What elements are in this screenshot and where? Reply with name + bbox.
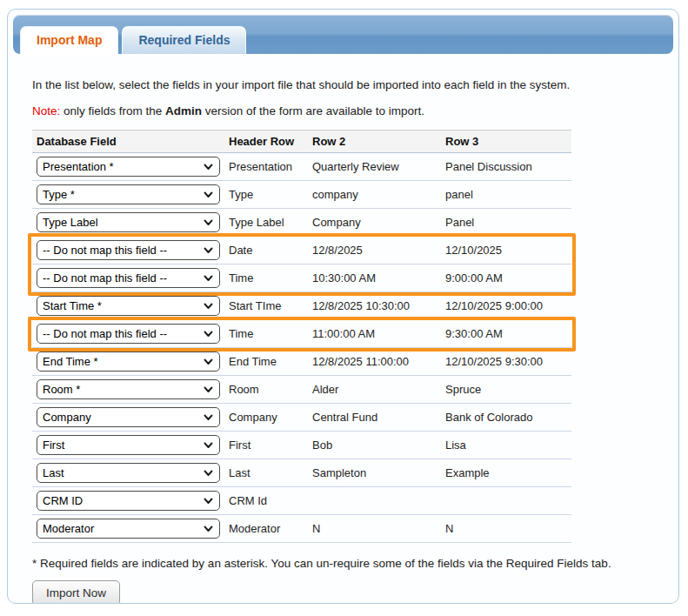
database-field-select-wrap: Room * bbox=[37, 379, 220, 399]
table-row: Start Time *Start TIme12/8/2025 10:30:00… bbox=[32, 292, 571, 320]
note-bold: Admin bbox=[165, 104, 202, 117]
row2-cell: company bbox=[312, 188, 445, 201]
row3-cell: Panel Discussion bbox=[445, 160, 571, 173]
row3-cell: Bank of Colorado bbox=[445, 411, 571, 424]
row3-cell: Example bbox=[445, 466, 571, 479]
header-row-cell: Moderator bbox=[229, 522, 312, 535]
database-field-select-wrap: Type Label bbox=[37, 212, 220, 232]
row2-cell: Alder bbox=[312, 383, 445, 396]
database-field-select[interactable]: First bbox=[37, 435, 220, 455]
header-row-cell: Time bbox=[229, 271, 312, 285]
row2-cell: Company bbox=[312, 216, 445, 229]
header-row-cell: End Time bbox=[229, 355, 312, 368]
table-row: ModeratorModeratorNN bbox=[32, 515, 571, 543]
database-field-select[interactable]: Type * bbox=[37, 184, 220, 204]
header-row-cell: Presentation bbox=[229, 160, 312, 173]
table-row: CompanyCompanyCentral FundBank of Colora… bbox=[32, 404, 571, 432]
database-field-select[interactable]: End Time * bbox=[37, 352, 220, 372]
database-field-select-wrap: CRM ID bbox=[37, 491, 220, 511]
note-label: Note: bbox=[32, 104, 60, 117]
header-row-cell: Last bbox=[229, 466, 312, 479]
column-header-row2: Row 2 bbox=[312, 135, 445, 148]
database-field-select-wrap: Presentation * bbox=[37, 157, 220, 177]
note-pre: only fields from the bbox=[60, 104, 165, 117]
header-row-cell: Type Label bbox=[229, 216, 312, 229]
row2-cell: 11:00:00 AM bbox=[312, 327, 445, 340]
row2-cell: 12/8/2025 10:30:00 bbox=[312, 299, 445, 312]
import-now-button[interactable]: Import Now bbox=[32, 580, 120, 603]
table-row: Room *RoomAlderSpruce bbox=[32, 376, 571, 404]
row3-cell: 9:00:00 AM bbox=[445, 271, 571, 285]
row2-cell: 12/8/2025 bbox=[312, 244, 445, 257]
row2-cell: Central Fund bbox=[312, 411, 445, 424]
table-body: Presentation *PresentationQuarterly Revi… bbox=[32, 153, 571, 543]
import-map-table: Database Field Header Row Row 2 Row 3 Pr… bbox=[32, 130, 571, 543]
row2-cell: Bob bbox=[312, 439, 445, 452]
tab-group: Import Map Required Fields bbox=[20, 26, 246, 54]
table-row: -- Do not map this field --Date12/8/2025… bbox=[32, 237, 571, 264]
column-header-header-row: Header Row bbox=[229, 135, 312, 148]
database-field-select-wrap: End Time * bbox=[37, 352, 220, 372]
database-field-select-wrap: Company bbox=[37, 407, 220, 427]
table-row: -- Do not map this field --Time10:30:00 … bbox=[32, 264, 571, 292]
row3-cell: Panel bbox=[445, 216, 571, 229]
row2-cell: N bbox=[312, 522, 445, 535]
header-row-cell: Start TIme bbox=[229, 299, 312, 312]
tab-bar: Import Map Required Fields bbox=[13, 15, 673, 54]
column-header-database-field: Database Field bbox=[32, 135, 229, 148]
row2-cell: Sampleton bbox=[312, 466, 445, 479]
row3-cell: 12/10/2025 bbox=[445, 244, 571, 257]
row3-cell: panel bbox=[445, 188, 571, 201]
required-fields-note: * Required fields are indicated by an as… bbox=[32, 557, 661, 570]
header-row-cell: Time bbox=[229, 327, 312, 340]
row3-cell: N bbox=[445, 522, 571, 535]
header-row-cell: CRM Id bbox=[229, 494, 312, 507]
table-row: CRM IDCRM Id bbox=[32, 487, 571, 515]
database-field-select[interactable]: -- Do not map this field -- bbox=[37, 324, 220, 344]
database-field-select[interactable]: -- Do not map this field -- bbox=[37, 240, 220, 260]
database-field-select[interactable]: -- Do not map this field -- bbox=[37, 268, 220, 288]
table-row: Presentation *PresentationQuarterly Revi… bbox=[32, 153, 571, 181]
database-field-select-wrap: Last bbox=[37, 463, 220, 483]
table-row: FirstFirstBobLisa bbox=[32, 432, 571, 459]
table-row: -- Do not map this field --Time11:00:00 … bbox=[32, 320, 571, 348]
tab-import-map[interactable]: Import Map bbox=[20, 26, 118, 54]
database-field-select[interactable]: Room * bbox=[37, 379, 220, 399]
tab-content: In the list below, select the fields in … bbox=[8, 58, 678, 603]
database-field-select[interactable]: Company bbox=[37, 407, 220, 427]
import-panel: Import Map Required Fields In the list b… bbox=[7, 9, 679, 604]
database-field-select[interactable]: Type Label bbox=[37, 212, 220, 232]
row3-cell: 9:30:00 AM bbox=[445, 327, 571, 340]
database-field-select-wrap: First bbox=[37, 435, 220, 455]
database-field-select-wrap: Moderator bbox=[37, 519, 220, 539]
row3-cell: Lisa bbox=[445, 439, 571, 452]
database-field-select[interactable]: Presentation * bbox=[37, 157, 220, 177]
header-row-cell: Type bbox=[229, 188, 312, 201]
header-row-cell: Company bbox=[229, 411, 312, 424]
table-row: End Time *End Time12/8/2025 11:00:0012/1… bbox=[32, 348, 571, 376]
header-row-cell: Date bbox=[229, 244, 312, 257]
note-post: version of the form are available to imp… bbox=[202, 104, 424, 117]
header-row-cell: Room bbox=[229, 383, 312, 396]
database-field-select-wrap: Start Time * bbox=[37, 296, 220, 316]
database-field-select[interactable]: Last bbox=[37, 463, 220, 483]
table-row: Type *Typecompanypanel bbox=[32, 181, 571, 209]
column-header-row3: Row 3 bbox=[445, 135, 571, 148]
table-row: Type LabelType LabelCompanyPanel bbox=[32, 209, 571, 237]
database-field-select[interactable]: CRM ID bbox=[37, 491, 220, 511]
row2-cell: 10:30:00 AM bbox=[312, 271, 445, 285]
row2-cell: 12/8/2025 11:00:00 bbox=[312, 355, 445, 368]
database-field-select-wrap: -- Do not map this field -- bbox=[37, 268, 220, 288]
database-field-select-wrap: -- Do not map this field -- bbox=[37, 240, 220, 260]
tab-required-fields[interactable]: Required Fields bbox=[122, 26, 246, 54]
table-row: LastLastSampletonExample bbox=[32, 459, 571, 487]
header-row-cell: First bbox=[229, 439, 312, 452]
database-field-select[interactable]: Moderator bbox=[37, 519, 220, 539]
database-field-select-wrap: Type * bbox=[37, 184, 220, 204]
intro-text: In the list below, select the fields in … bbox=[32, 77, 661, 92]
row2-cell: Quarterly Review bbox=[312, 160, 445, 173]
row3-cell: 12/10/2025 9:00:00 bbox=[445, 299, 571, 312]
database-field-select[interactable]: Start Time * bbox=[37, 296, 220, 316]
database-field-select-wrap: -- Do not map this field -- bbox=[37, 324, 220, 344]
table-header-row: Database Field Header Row Row 2 Row 3 bbox=[32, 130, 571, 153]
